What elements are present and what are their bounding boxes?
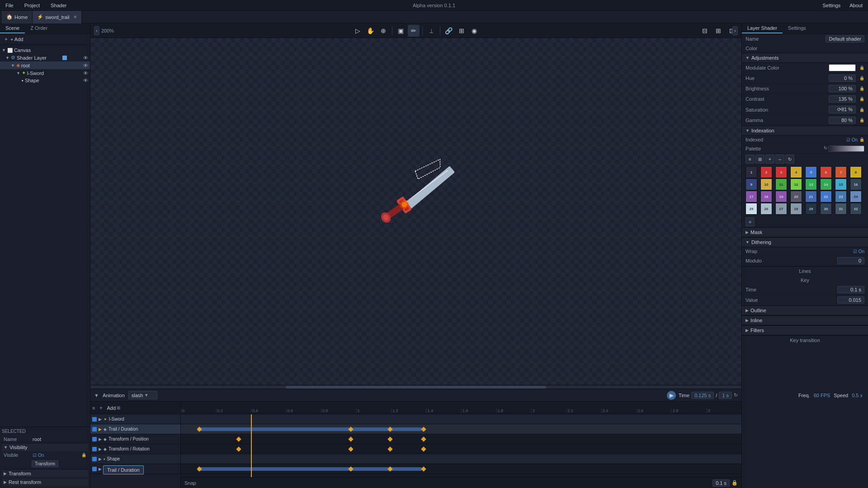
palette-cell-7[interactable]: 7 xyxy=(835,166,847,178)
lsword-track-checkbox[interactable] xyxy=(92,417,97,422)
palette-cell-1[interactable]: 1 xyxy=(745,166,757,178)
visible-checkbox[interactable]: ☑ On xyxy=(33,453,44,458)
visibility-section[interactable]: ▼ Visibility xyxy=(2,443,88,451)
transform-pos-checkbox[interactable] xyxy=(92,437,97,441)
rot-diamond-4[interactable] xyxy=(421,446,426,451)
tree-canvas[interactable]: ▼ ⬜ Canvas xyxy=(0,47,90,54)
palette-cell-2[interactable]: 2 xyxy=(760,166,772,178)
palette-cell-29[interactable]: 29 xyxy=(805,203,817,215)
palette-cell-3[interactable]: 3 xyxy=(775,166,787,178)
animation-select[interactable]: slash ▾ xyxy=(128,391,157,399)
pen-tool[interactable]: ✏ xyxy=(408,25,420,37)
rot-diamond-2[interactable] xyxy=(348,446,353,451)
panel-arrow-left[interactable]: ‹ xyxy=(94,26,99,35)
rest-transform-section[interactable]: ▶ Rest transform xyxy=(2,478,88,486)
tab-home[interactable]: 🏠 Home xyxy=(2,11,33,23)
add-palette-button[interactable]: + xyxy=(745,217,755,226)
tab-scene[interactable]: Scene xyxy=(0,23,25,33)
rot-diamond-3[interactable] xyxy=(387,446,392,451)
wrap-checkbox[interactable]: ☑ On xyxy=(853,249,864,254)
indexed-checkbox[interactable]: ☑ On xyxy=(846,137,858,142)
shape-trail-play-icon[interactable]: ▶ xyxy=(99,467,102,471)
palette-cell-9[interactable]: 9 xyxy=(745,178,757,190)
tree-lsword[interactable]: ▼ ✦ l-Sword 👁 xyxy=(0,69,90,77)
snap-lock-icon[interactable]: 🔒 xyxy=(731,480,738,486)
rot-play-icon[interactable]: ▶ xyxy=(99,447,102,451)
filters-section[interactable]: ▶ Filters xyxy=(742,325,868,335)
refresh-icon[interactable]: ↻ xyxy=(734,392,738,398)
play-button[interactable]: ▶ xyxy=(667,391,676,400)
palette-cell-17[interactable]: 17 xyxy=(745,191,757,202)
menu-file[interactable]: File xyxy=(4,2,15,9)
pos-diamond-1[interactable] xyxy=(236,436,241,441)
grid-tool[interactable]: ⊞ xyxy=(456,25,467,37)
key-time-value[interactable]: 0.1 s xyxy=(837,286,864,293)
bone-tool[interactable]: ⟂ xyxy=(425,25,437,37)
select-tool[interactable]: ▷ xyxy=(352,25,364,37)
timeline-playhead[interactable] xyxy=(251,414,252,477)
contrast-value[interactable]: 135 % xyxy=(829,95,856,103)
palette-cell-21[interactable]: 21 xyxy=(805,191,817,202)
target-tool[interactable]: ◉ xyxy=(468,25,480,37)
palette-cell-26[interactable]: 26 xyxy=(760,203,772,215)
transform-section[interactable]: ▶ Transform xyxy=(2,469,88,478)
transform-tool[interactable]: ⊕ xyxy=(377,25,389,37)
palette-gradient-bar[interactable] xyxy=(828,145,864,152)
shader-layer-arrow[interactable]: ▼ xyxy=(5,56,9,60)
filter-icon[interactable]: ⊞ xyxy=(117,405,120,410)
palette-cell-12[interactable]: 12 xyxy=(790,178,802,190)
menu-project[interactable]: Project xyxy=(23,2,42,9)
rot-diamond-1[interactable] xyxy=(236,446,241,451)
shape-diamond-4[interactable] xyxy=(421,466,426,471)
tab-layer-shader[interactable]: Layer Shader xyxy=(742,23,783,33)
about-menu[interactable]: About xyxy=(848,2,864,9)
canvas-scrollbar-h[interactable] xyxy=(90,385,741,389)
timeline-collapse-icon[interactable]: ▼ xyxy=(94,393,99,398)
menu-shader[interactable]: Shader xyxy=(49,2,68,9)
view-btn-2[interactable]: ⊞ xyxy=(712,25,724,37)
panel-arrow-right[interactable]: › xyxy=(732,26,738,35)
track-transform-position[interactable]: ▶ ◆ Transform / Position xyxy=(90,434,180,444)
brightness-value[interactable]: 100 % xyxy=(829,85,856,92)
palette-ctrl-3[interactable]: + xyxy=(765,155,774,164)
root-eye[interactable]: 👁 xyxy=(83,63,88,68)
palette-cell-10[interactable]: 10 xyxy=(760,178,772,190)
palette-cell-31[interactable]: 31 xyxy=(835,203,847,215)
palette-cell-6[interactable]: 6 xyxy=(820,166,832,178)
modulo-value[interactable]: 0 xyxy=(837,257,864,264)
palette-cell-5[interactable]: 5 xyxy=(805,166,817,178)
add-track-button[interactable]: + xyxy=(96,403,106,413)
tab-close-icon[interactable]: ✕ xyxy=(73,14,77,19)
palette-cell-19[interactable]: 19 xyxy=(775,191,787,202)
palette-cell-15[interactable]: 15 xyxy=(835,178,847,190)
shape-track-checkbox[interactable] xyxy=(92,457,97,461)
palette-ctrl-1[interactable]: ≡ xyxy=(745,155,755,164)
track-lsword-group[interactable]: ▶ ✦ l-Sword xyxy=(90,414,180,424)
lsword-eye[interactable]: 👁 xyxy=(83,70,88,76)
palette-cell-16[interactable]: 16 xyxy=(850,178,862,190)
palette-cell-30[interactable]: 30 xyxy=(820,203,832,215)
palette-cell-25[interactable]: 25 xyxy=(745,203,757,215)
palette-cell-18[interactable]: 18 xyxy=(760,191,772,202)
adjustments-section[interactable]: ▼ Adjustments xyxy=(742,53,868,63)
root-arrow[interactable]: ▼ xyxy=(11,63,15,68)
inline-section[interactable]: ▶ Inline xyxy=(742,315,868,325)
hamburger-icon[interactable]: ≡ xyxy=(92,405,95,411)
palette-cell-11[interactable]: 11 xyxy=(775,178,787,190)
pos-play-icon[interactable]: ▶ xyxy=(99,437,102,441)
snap-value[interactable]: 0.1 s xyxy=(712,479,730,487)
pos-diamond-4[interactable] xyxy=(421,436,426,441)
palette-refresh-icon[interactable]: ↻ xyxy=(824,145,827,152)
canvas-arrow[interactable]: ▼ xyxy=(2,48,6,52)
mask-section[interactable]: ▶ Mask xyxy=(742,227,868,237)
trail-duration-checkbox[interactable] xyxy=(92,427,97,432)
key-value-value[interactable]: 0.015 xyxy=(837,296,864,304)
palette-cell-27[interactable]: 27 xyxy=(775,203,787,215)
tab-settings-right[interactable]: Settings xyxy=(783,23,811,33)
palette-cell-32[interactable]: 32 xyxy=(850,203,862,215)
timeline-content[interactable] xyxy=(181,414,741,477)
palette-cell-8[interactable]: 8 xyxy=(850,166,862,178)
add-button[interactable]: ＋ + Add xyxy=(0,34,90,45)
modulate-color-swatch[interactable] xyxy=(829,64,856,71)
palette-ctrl-4[interactable]: ↔ xyxy=(775,155,784,164)
